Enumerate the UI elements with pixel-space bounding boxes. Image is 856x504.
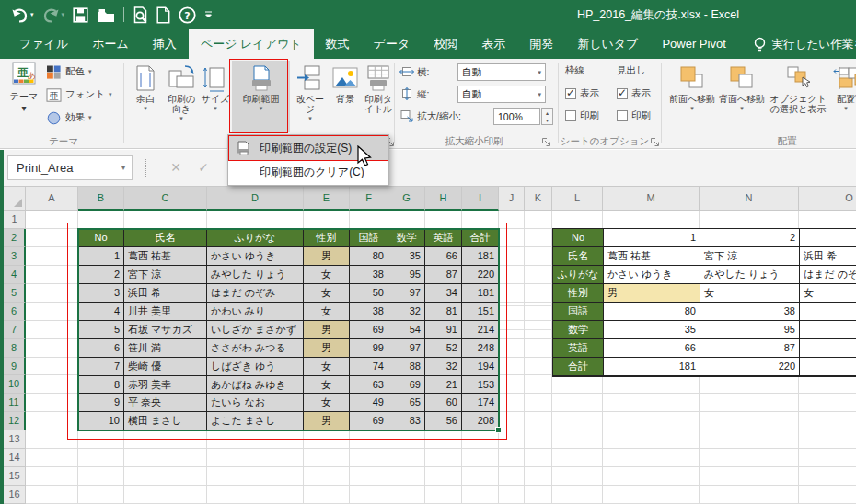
button-改ページ[interactable]: 改ページ▾ [292, 61, 329, 132]
table-cell[interactable]: 女 [304, 358, 350, 376]
column-header-M[interactable]: M [603, 187, 700, 211]
table-cell[interactable]: 151 [462, 303, 499, 321]
table-cell[interactable]: 21 [425, 376, 462, 395]
column-header-C[interactable]: C [124, 187, 207, 211]
button-背景[interactable]: 背景 [330, 61, 360, 132]
help-icon[interactable]: ? [179, 6, 196, 24]
spinner-arrows[interactable]: ▴▾ [541, 108, 553, 125]
table-cell[interactable]: あかばね みゆき [207, 376, 304, 395]
spinner-拡大/縮小:[interactable]: 100% [493, 108, 540, 125]
table-cell[interactable]: 97 [388, 339, 425, 358]
column-header-G[interactable]: G [388, 187, 425, 211]
table-cell[interactable]: 56 [425, 412, 462, 430]
table-cell[interactable]: 63 [350, 376, 388, 395]
themes-button[interactable]: 亜あテーマ▾ [7, 61, 40, 132]
table-header-cell[interactable]: ふりがな [207, 229, 304, 247]
table-cell[interactable]: 91 [425, 321, 462, 339]
column-header-D[interactable]: D [207, 187, 304, 211]
row-header-2[interactable]: 2 [4, 229, 26, 247]
side-table-cell[interactable]: 浜田 希 [800, 247, 856, 266]
table-cell[interactable]: 50 [350, 284, 388, 303]
side-table-cell[interactable] [800, 229, 856, 247]
side-table-cell[interactable] [800, 303, 856, 321]
table-cell[interactable]: 97 [388, 284, 425, 303]
table-cell[interactable]: 69 [388, 376, 425, 395]
button-印刷タイトル[interactable]: 印刷タイトル [362, 61, 395, 132]
column-header-H[interactable]: H [425, 187, 462, 211]
side-table-cell[interactable]: 35 [604, 321, 700, 339]
button-前面へ移動[interactable]: 前面へ移動▾ [668, 61, 716, 132]
table-cell[interactable]: 81 [425, 303, 462, 321]
side-table-cell[interactable]: かさい ゆうき [604, 266, 700, 284]
side-table-label-cell[interactable]: 性別 [553, 284, 604, 303]
table-cell[interactable]: 男 [304, 339, 350, 358]
side-table-cell[interactable] [800, 358, 856, 376]
table-cell[interactable]: 153 [462, 376, 499, 395]
row-header-8[interactable]: 8 [4, 339, 26, 358]
row-header-6[interactable]: 6 [4, 303, 26, 321]
tab-ホーム[interactable]: ホーム [80, 29, 141, 59]
tab-ファイル[interactable]: ファイル [7, 29, 80, 59]
row-header-3[interactable]: 3 [4, 247, 26, 266]
open-folder-icon[interactable] [97, 7, 115, 23]
table-header-cell[interactable]: No [78, 229, 124, 247]
checkbox-枠線-印刷[interactable]: 印刷 [565, 107, 599, 125]
side-table-cell[interactable]: 1 [604, 229, 700, 247]
column-header-N[interactable]: N [700, 187, 799, 211]
table-cell[interactable]: 赤羽 美幸 [124, 376, 207, 395]
row-header-13[interactable]: 13 [4, 430, 26, 449]
table-cell[interactable]: 38 [350, 266, 388, 284]
table-cell[interactable]: 男 [304, 321, 350, 339]
column-header-J[interactable]: J [499, 187, 525, 211]
button-オブジェクトの選択と表示[interactable]: オブジェクトの選択と表示 [768, 61, 828, 132]
table-cell[interactable]: 88 [388, 358, 425, 376]
table-cell[interactable]: 54 [388, 321, 425, 339]
table-cell[interactable]: 80 [350, 247, 388, 266]
table-cell[interactable]: 男 [304, 247, 350, 266]
new-doc-icon[interactable] [156, 6, 170, 24]
tab-数式[interactable]: 数式 [314, 29, 362, 59]
column-header-K[interactable]: K [525, 187, 552, 211]
cancel-icon[interactable]: ✕ [164, 155, 188, 180]
checkbox-icon[interactable] [617, 110, 628, 121]
tab-ページ レイアウト[interactable]: ページ レイアウト [189, 29, 314, 59]
checkbox-見出し-表示[interactable]: 表示 [617, 85, 651, 103]
button-サイズ[interactable]: サイズ▾ [201, 61, 230, 132]
table-cell[interactable]: はまだ のぞみ [207, 284, 304, 303]
table-cell[interactable]: 6 [78, 339, 124, 358]
side-table-label-cell[interactable]: 合計 [553, 358, 604, 376]
table-cell[interactable]: 9 [78, 394, 124, 412]
table-cell[interactable]: 女 [304, 303, 350, 321]
table-cell[interactable]: 66 [425, 247, 462, 266]
redo-icon[interactable]: ▾ [42, 7, 65, 23]
column-header-O[interactable]: O [799, 187, 856, 211]
side-table-cell[interactable]: 87 [700, 339, 800, 358]
table-header-cell[interactable]: 氏名 [124, 229, 207, 247]
column-header-L[interactable]: L [552, 187, 603, 211]
table-cell[interactable]: 181 [462, 247, 499, 266]
table-cell[interactable]: 69 [350, 412, 388, 430]
table-cell[interactable]: よこた まさし [207, 412, 304, 430]
side-table-cell[interactable]: 女 [700, 284, 800, 303]
table-cell[interactable]: 74 [350, 358, 388, 376]
table-cell[interactable]: 95 [388, 266, 425, 284]
table-cell[interactable]: 女 [304, 394, 350, 412]
column-header-E[interactable]: E [304, 187, 350, 211]
table-cell[interactable]: 宮下 涼 [124, 266, 207, 284]
formula-bar-splitter[interactable] [145, 159, 146, 177]
table-header-cell[interactable]: 英語 [425, 229, 462, 247]
table-cell[interactable]: 49 [350, 394, 388, 412]
row-header-1[interactable]: 1 [4, 211, 26, 229]
button-印刷の向き[interactable]: 印刷の向き▾ [164, 61, 199, 132]
tab-データ[interactable]: データ [362, 29, 422, 59]
table-cell[interactable]: 平 奈央 [124, 394, 207, 412]
tab-校閲[interactable]: 校閲 [422, 29, 469, 59]
table-cell[interactable]: いしざか まさかず [207, 321, 304, 339]
table-cell[interactable]: 69 [350, 321, 388, 339]
sheet-options-dialog-launcher-icon[interactable] [650, 134, 660, 144]
dropdown-縦:[interactable]: 自動▾ [457, 86, 546, 103]
name-box-dropdown-icon[interactable]: ▾ [121, 156, 125, 179]
table-cell[interactable]: 214 [462, 321, 499, 339]
table-cell[interactable]: 女 [304, 266, 350, 284]
table-cell[interactable]: 葛西 祐基 [124, 247, 207, 266]
